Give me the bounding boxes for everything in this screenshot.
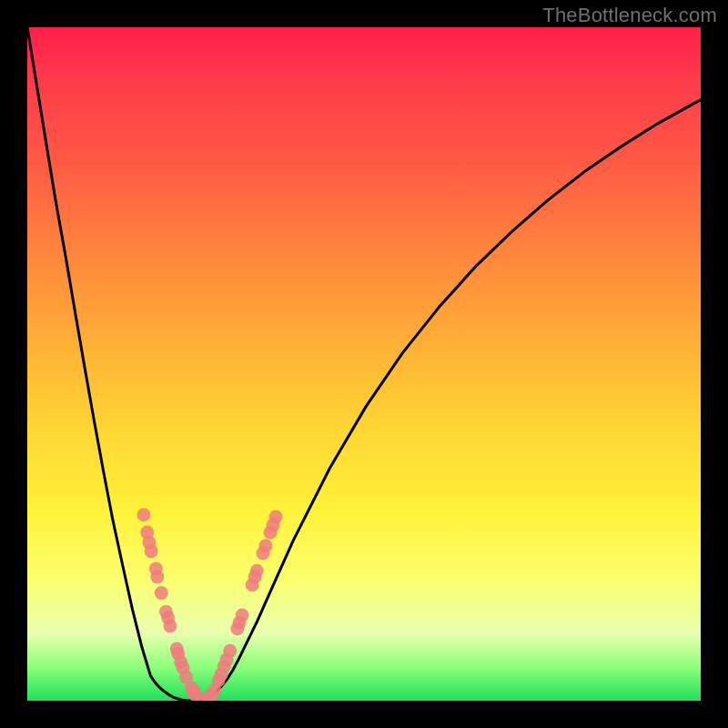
svg-point-9 [163, 619, 177, 632]
svg-point-26 [223, 644, 237, 658]
svg-point-3 [145, 544, 158, 558]
chart-stage: TheBottleneck.com [0, 0, 728, 728]
svg-point-32 [250, 564, 264, 578]
svg-point-29 [236, 609, 249, 622]
left-curve [27, 27, 197, 701]
plot-area [27, 27, 701, 701]
svg-point-0 [137, 508, 151, 521]
svg-point-37 [269, 510, 283, 523]
watermark-text: TheBottleneck.com [542, 4, 717, 27]
chart-svg [27, 27, 701, 701]
svg-point-34 [258, 539, 272, 552]
svg-point-5 [150, 570, 164, 583]
highlight-markers [137, 508, 283, 701]
svg-point-6 [155, 586, 168, 600]
right-curve [197, 100, 701, 701]
